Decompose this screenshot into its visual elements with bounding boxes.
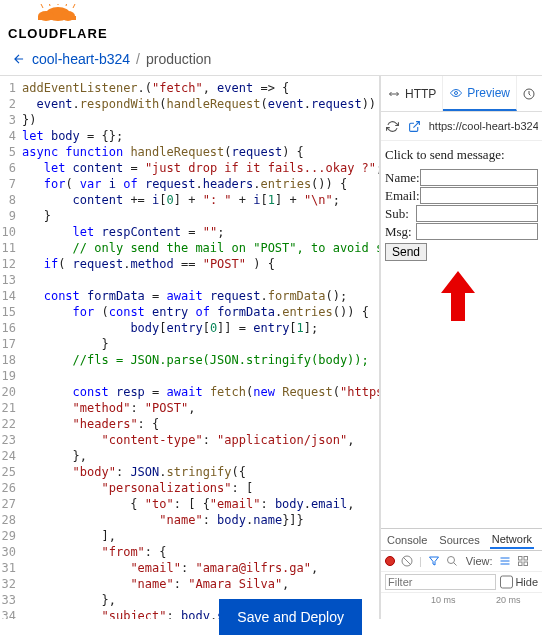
line-content[interactable]: }, (22, 592, 116, 608)
preview-url[interactable]: https://cool-heart-b324 (429, 120, 538, 132)
msg-field[interactable] (416, 223, 538, 240)
code-line[interactable]: 30 "from": { (0, 544, 379, 560)
line-number: 20 (0, 384, 22, 400)
code-line[interactable]: 19 (0, 368, 379, 384)
code-line[interactable]: 23 "content-type": "application/json", (0, 432, 379, 448)
line-content[interactable]: let respContent = ""; (22, 224, 224, 240)
devtools-filter-input[interactable] (385, 574, 496, 590)
tab-more[interactable] (517, 76, 541, 111)
line-content[interactable]: }) (22, 112, 36, 128)
code-line[interactable]: 29 ], (0, 528, 379, 544)
line-content[interactable]: "personalizations": [ (22, 480, 253, 496)
clear-icon[interactable] (401, 555, 413, 567)
code-line[interactable]: 21 "method": "POST", (0, 400, 379, 416)
line-content[interactable]: "method": "POST", (22, 400, 195, 416)
code-line[interactable]: 7 for( var i of request.headers.entries(… (0, 176, 379, 192)
line-content[interactable]: "body": JSON.stringify({ (22, 464, 246, 480)
code-line[interactable]: 5async function handleRequest(request) { (0, 144, 379, 160)
grid-view-icon[interactable] (517, 555, 529, 567)
line-content[interactable]: const formData = await request.formData(… (22, 288, 347, 304)
code-line[interactable]: 11 // only send the mail on "POST", to a… (0, 240, 379, 256)
code-line[interactable]: 12 if( request.method == "POST" ) { (0, 256, 379, 272)
tab-preview[interactable]: Preview (443, 76, 517, 111)
code-line[interactable]: 15 for (const entry of formData.entries(… (0, 304, 379, 320)
line-content[interactable]: } (22, 336, 109, 352)
line-content[interactable]: addEventListener.("fetch", event => { (22, 80, 289, 96)
search-icon[interactable] (446, 555, 458, 567)
code-line[interactable]: 24 }, (0, 448, 379, 464)
devtools-tab-network[interactable]: Network (490, 531, 534, 549)
code-line[interactable]: 28 "name": body.name}]} (0, 512, 379, 528)
email-field[interactable] (420, 187, 538, 204)
line-content[interactable]: "name": body.name}]} (22, 512, 304, 528)
code-line[interactable]: 17 } (0, 336, 379, 352)
code-line[interactable]: 8 content += i[0] + ": " + i[1] + "\n"; (0, 192, 379, 208)
code-line[interactable]: 9 } (0, 208, 379, 224)
code-line[interactable]: 13 (0, 272, 379, 288)
devtools-tab-console[interactable]: Console (385, 532, 429, 548)
back-link[interactable]: cool-heart-b324 (12, 51, 130, 67)
line-content[interactable]: "content-type": "application/json", (22, 432, 354, 448)
line-content[interactable]: "from": { (22, 544, 167, 560)
code-line[interactable]: 32 "name": "Amara Silva", (0, 576, 379, 592)
code-line[interactable]: 4let body = {}; (0, 128, 379, 144)
code-line[interactable]: 25 "body": JSON.stringify({ (0, 464, 379, 480)
line-content[interactable]: content += i[0] + ": " + i[1] + "\n"; (22, 192, 340, 208)
devtools-tab-sources[interactable]: Sources (437, 532, 481, 548)
line-number: 18 (0, 352, 22, 368)
send-button[interactable]: Send (385, 243, 427, 261)
code-editor[interactable]: 1addEventListener.("fetch", event => {2 … (0, 76, 380, 619)
preview-content: Click to send message: Name: Email: Sub:… (381, 141, 542, 528)
line-content[interactable]: { "to": [ {"email": body.email, (22, 496, 354, 512)
filter-icon[interactable] (428, 555, 440, 567)
line-content[interactable]: ], (22, 528, 116, 544)
code-line[interactable]: 22 "headers": { (0, 416, 379, 432)
hide-checkbox[interactable] (500, 574, 513, 590)
line-content[interactable]: if( request.method == "POST" ) { (22, 256, 275, 272)
line-content[interactable]: }, (22, 448, 87, 464)
line-content[interactable]: } (22, 208, 51, 224)
tab-preview-label: Preview (467, 86, 510, 100)
code-line[interactable]: 31 "email": "amara@ilfrs.ga", (0, 560, 379, 576)
code-line[interactable]: 6 let content = "just drop if it fails..… (0, 160, 379, 176)
code-line[interactable]: 1addEventListener.("fetch", event => { (0, 80, 379, 96)
name-field[interactable] (420, 169, 538, 186)
open-external-button[interactable] (407, 118, 423, 134)
hide-checkbox-wrap[interactable]: Hide (500, 574, 538, 590)
code-line[interactable]: 26 "personalizations": [ (0, 480, 379, 496)
line-number: 10 (0, 224, 22, 240)
line-number: 25 (0, 464, 22, 480)
refresh-button[interactable] (385, 118, 401, 134)
msg-label: Msg: (385, 224, 416, 240)
line-content[interactable]: let content = "just drop if it fails...o… (22, 160, 379, 176)
code-line[interactable]: 18 //fls = JSON.parse(JSON.stringify(bod… (0, 352, 379, 368)
code-line[interactable]: 3}) (0, 112, 379, 128)
line-content[interactable]: "headers": { (22, 416, 159, 432)
network-timeline[interactable]: 10 ms 20 ms (381, 593, 542, 619)
line-content[interactable]: // only send the mail on "POST", to avoi… (22, 240, 379, 256)
line-content[interactable]: body[entry[0]] = entry[1]; (22, 320, 318, 336)
line-content[interactable]: async function handleRequest(request) { (22, 144, 304, 160)
save-deploy-button[interactable]: Save and Deploy (219, 599, 362, 635)
code-line[interactable]: 10 let respContent = ""; (0, 224, 379, 240)
code-line[interactable]: 14 const formData = await request.formDa… (0, 288, 379, 304)
line-content[interactable]: let body = {}; (22, 128, 123, 144)
line-content[interactable]: const resp = await fetch(new Request("ht… (22, 384, 379, 400)
code-line[interactable]: 16 body[entry[0]] = entry[1]; (0, 320, 379, 336)
tab-http[interactable]: HTTP (381, 76, 443, 111)
list-view-icon[interactable] (499, 555, 511, 567)
line-content[interactable]: "name": "Amara Silva", (22, 576, 289, 592)
line-content[interactable]: "email": "amara@ilfrs.ga", (22, 560, 318, 576)
code-line[interactable]: 27 { "to": [ {"email": body.email, (0, 496, 379, 512)
line-number: 33 (0, 592, 22, 608)
record-button[interactable] (385, 556, 395, 566)
line-content[interactable]: event.respondWith(handleRequest(event.re… (22, 96, 379, 112)
line-content[interactable]: for( var i of request.headers.entries())… (22, 176, 347, 192)
line-content[interactable]: for (const entry of formData.entries()) … (22, 304, 369, 320)
line-content[interactable]: //fls = JSON.parse(JSON.stringify(body))… (22, 352, 369, 368)
cloudflare-logo: CLOUDFLARE (0, 0, 542, 43)
code-line[interactable]: 20 const resp = await fetch(new Request(… (0, 384, 379, 400)
sub-field[interactable] (416, 205, 538, 222)
code-line[interactable]: 2 event.respondWith(handleRequest(event.… (0, 96, 379, 112)
line-number: 7 (0, 176, 22, 192)
